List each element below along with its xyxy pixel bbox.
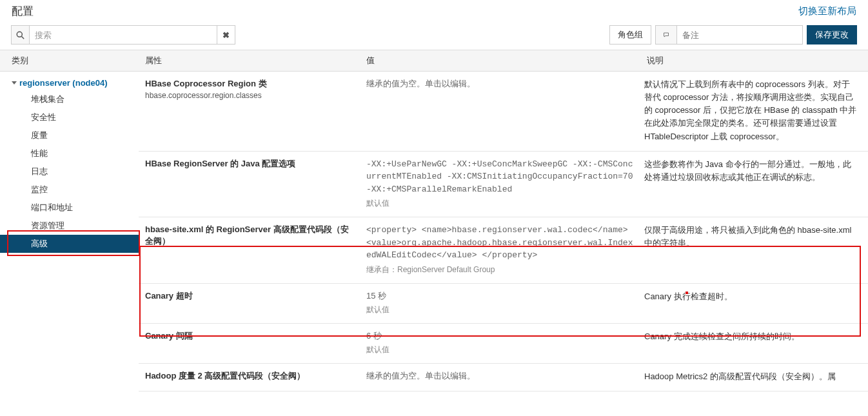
clear-search-icon[interactable]: ✖ <box>217 26 235 44</box>
description-cell: 仅限于高级用途，将只被插入到此角色的 hbase-site.xml 中的字符串。 <box>640 224 868 275</box>
sidebar-item[interactable]: 安全性 <box>0 108 139 126</box>
search-input[interactable] <box>30 26 217 44</box>
caret-down-icon <box>12 81 17 84</box>
attr-title[interactable]: Canary 间隔 <box>145 330 353 342</box>
sidebar-item[interactable]: 堆栈集合 <box>0 90 139 108</box>
value-text: -XX:+UseParNewGC -XX:+UseConcMarkSweepGC… <box>366 158 634 196</box>
value-cell[interactable]: 15 秒默认值 <box>360 290 640 315</box>
description-cell: Hadoop Metrics2 的高级配置代码段（安全阀）。属 <box>640 370 868 383</box>
sidebar-parent[interactable]: regionserver (node04) <box>0 75 139 90</box>
col-header-description: 说明 <box>640 50 868 71</box>
value-muted: 默认值 <box>366 198 634 209</box>
config-row: HBase RegionServer 的 Java 配置选项-XX:+UsePa… <box>139 152 868 218</box>
comment-input[interactable] <box>677 25 803 45</box>
value-cell[interactable]: 继承的值为空。单击以编辑。 <box>360 78 640 143</box>
value-text: <property> <name>hbase.regionserver.wal.… <box>366 224 634 262</box>
col-header-attribute: 属性 <box>139 50 360 71</box>
role-group-button[interactable]: 角色组 <box>609 25 651 45</box>
value-muted: 继承自：RegionServer Default Group <box>366 264 634 275</box>
value-text: 继承的值为空。单击以编辑。 <box>366 370 634 382</box>
config-row: Canary 间隔6 秒默认值Canary 完成连续检查之间所持续的时间。 <box>139 324 868 364</box>
value-text: 继承的值为空。单击以编辑。 <box>366 78 634 90</box>
description-cell: Canary 完成连续检查之间所持续的时间。 <box>640 330 868 355</box>
svg-line-1 <box>22 36 25 39</box>
value-muted: 默认值 <box>366 304 634 315</box>
value-text: 6 秒 <box>366 330 634 342</box>
page-title: 配置 <box>12 4 34 19</box>
value-cell[interactable]: <property> <name>hbase.regionserver.wal.… <box>360 224 640 275</box>
search-icon[interactable] <box>12 26 30 44</box>
comment-icon[interactable] <box>655 25 677 45</box>
content: HBase Coprocessor Region 类hbase.coproces… <box>139 72 868 391</box>
sidebar-item[interactable]: 监控 <box>0 181 139 199</box>
value-text: 15 秒 <box>366 290 634 302</box>
search-group: ✖ <box>11 25 235 45</box>
value-cell[interactable]: 6 秒默认值 <box>360 330 640 355</box>
attr-title[interactable]: HBase Coprocessor Region 类 <box>145 78 353 90</box>
value-cell[interactable]: 继承的值为空。单击以编辑。 <box>360 370 640 383</box>
sidebar-item[interactable]: 资源管理 <box>0 217 139 235</box>
switch-layout-link[interactable]: 切换至新布局 <box>798 5 856 17</box>
description-cell: Canary 执行检查超时。 <box>640 290 868 315</box>
sidebar-item[interactable]: 高级 <box>0 235 139 253</box>
attr-title[interactable]: Hadoop 度量 2 高级配置代码段（安全阀） <box>145 370 353 382</box>
config-row: Hadoop 度量 2 高级配置代码段（安全阀）继承的值为空。单击以编辑。Had… <box>139 364 868 391</box>
col-header-value: 值 <box>360 50 640 71</box>
sidebar-item[interactable]: 日志 <box>0 163 139 181</box>
sidebar: regionserver (node04) 堆栈集合安全性度量性能日志监控端口和… <box>0 72 139 391</box>
description-cell: 这些参数将作为 Java 命令行的一部分通过。一般地，此处将通过垃圾回收标志或其… <box>640 158 868 210</box>
attr-title[interactable]: hbase-site.xml 的 RegionServer 高级配置代码段（安全… <box>145 224 353 247</box>
sidebar-parent-label: regionserver (node04) <box>19 78 108 88</box>
config-row: HBase Coprocessor Region 类hbase.coproces… <box>139 72 868 152</box>
sidebar-item[interactable]: 性能 <box>0 144 139 163</box>
sidebar-item[interactable]: 度量 <box>0 126 139 144</box>
value-muted: 默认值 <box>366 344 634 355</box>
description-cell: 默认情况下上载到所有表中的 coprocessors 列表。对于替代 copro… <box>640 78 868 143</box>
col-header-category: 类别 <box>0 50 139 71</box>
config-row: Canary 超时15 秒默认值Canary 执行检查超时。 <box>139 284 868 324</box>
save-button[interactable]: 保存更改 <box>807 25 857 45</box>
value-cell[interactable]: -XX:+UseParNewGC -XX:+UseConcMarkSweepGC… <box>360 158 640 210</box>
attr-key: hbase.coprocessor.region.classes <box>145 91 353 100</box>
svg-point-0 <box>17 32 22 37</box>
marker-dot <box>686 292 688 294</box>
attr-title[interactable]: Canary 超时 <box>145 290 353 302</box>
attr-title[interactable]: HBase RegionServer 的 Java 配置选项 <box>145 158 353 170</box>
sidebar-item[interactable]: 端口和地址 <box>0 199 139 217</box>
config-row: hbase-site.xml 的 RegionServer 高级配置代码段（安全… <box>139 217 868 284</box>
